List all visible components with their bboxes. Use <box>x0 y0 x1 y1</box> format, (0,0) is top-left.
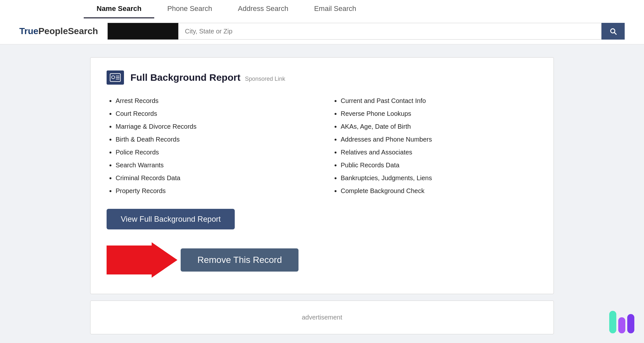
features-grid: Arrest Records Court Records Marriage & … <box>107 94 537 197</box>
tab-phone-search[interactable]: Phone Search <box>154 0 225 18</box>
feature-item: AKAs, Age, Date of Birth <box>341 120 537 133</box>
header: Name Search Phone Search Address Search … <box>0 0 644 44</box>
svg-marker-5 <box>107 242 177 278</box>
background-report-card: Full Background ReportSponsored Link Arr… <box>90 57 554 294</box>
feature-item: Reverse Phone Lookups <box>341 107 537 120</box>
feature-item: Court Records <box>116 107 312 120</box>
feature-item: Bankruptcies, Judgments, Liens <box>341 172 537 184</box>
feature-item: Arrest Records <box>116 94 312 107</box>
feature-item: Relatives and Associates <box>341 146 537 159</box>
card-title-text: Full Background Report <box>130 72 241 83</box>
feature-item: Addresses and Phone Numbers <box>341 133 537 146</box>
feature-item: Marriage & Divorce Records <box>116 120 312 133</box>
feature-item: Current and Past Contact Info <box>341 94 537 107</box>
report-icon <box>107 70 124 85</box>
feature-item: Public Records Data <box>341 159 537 172</box>
card-header: Full Background ReportSponsored Link <box>107 70 537 85</box>
tab-name-search[interactable]: Name Search <box>84 0 154 18</box>
nav-tabs: Name Search Phone Search Address Search … <box>19 0 625 18</box>
svg-point-1 <box>112 76 115 79</box>
feature-item: Property Records <box>116 184 312 197</box>
card-title: Full Background ReportSponsored Link <box>130 72 285 83</box>
sponsored-label: Sponsored Link <box>245 76 285 82</box>
feature-item: Complete Background Check <box>341 184 537 197</box>
advertisement-card: advertisement <box>90 301 554 334</box>
id-card-icon <box>110 73 121 82</box>
tab-email-search[interactable]: Email Search <box>301 0 369 18</box>
feature-item: Criminal Records Data <box>116 172 312 184</box>
remove-record-button[interactable]: Remove This Record <box>181 248 298 272</box>
advertisement-label: advertisement <box>302 314 342 321</box>
arrow-row: Remove This Record <box>107 242 537 278</box>
search-icon <box>609 27 617 35</box>
name-input[interactable] <box>108 23 178 40</box>
city-input[interactable] <box>178 23 601 40</box>
view-background-report-button[interactable]: View Full Background Report <box>107 209 235 229</box>
search-button[interactable] <box>601 23 625 40</box>
site-logo: TruePeopleSearch <box>19 26 98 36</box>
feature-item: Search Warrants <box>116 159 312 172</box>
logo-bar-1 <box>609 311 616 333</box>
logo-bar-3 <box>627 314 634 333</box>
features-left: Arrest Records Court Records Marriage & … <box>107 94 312 197</box>
logo-bar-2 <box>618 317 625 333</box>
feature-item: Birth & Death Records <box>116 133 312 146</box>
features-right: Current and Past Contact Info Reverse Ph… <box>332 94 537 197</box>
logo-true: True <box>19 26 38 36</box>
main-content: Full Background ReportSponsored Link Arr… <box>0 44 644 343</box>
logo-people: PeopleSearch <box>38 26 98 36</box>
tab-address-search[interactable]: Address Search <box>225 0 301 18</box>
search-bar: TruePeopleSearch <box>19 18 625 44</box>
red-arrow-icon <box>107 242 177 278</box>
feature-item: Police Records <box>116 146 312 159</box>
bottom-right-decoration <box>609 311 634 333</box>
